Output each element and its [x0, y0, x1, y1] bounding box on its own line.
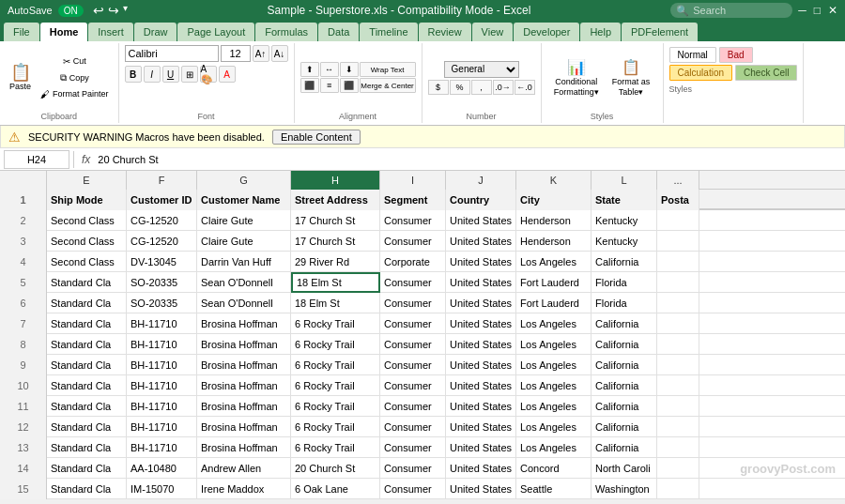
- cell-13-m[interactable]: [657, 437, 699, 458]
- cell-14-k[interactable]: Concord: [516, 458, 592, 479]
- cell-6-m[interactable]: [657, 293, 699, 313]
- cell-3-h[interactable]: 17 Church St: [291, 231, 380, 252]
- col-header-g[interactable]: G: [197, 171, 291, 190]
- cell-1-i[interactable]: Segment: [380, 190, 446, 210]
- cell-3-m[interactable]: [657, 231, 699, 252]
- cell-8-i[interactable]: Consumer: [380, 334, 446, 355]
- cell-15-e[interactable]: Standard Cla: [47, 479, 127, 499]
- cell-15-j[interactable]: United States: [446, 479, 516, 499]
- cell-6-f[interactable]: SO-20335: [127, 293, 197, 313]
- cell-9-l[interactable]: California: [592, 355, 657, 375]
- redo-icon[interactable]: ↪: [108, 3, 119, 18]
- col-header-l[interactable]: L: [592, 171, 657, 190]
- cell-1-g[interactable]: Customer Name: [197, 190, 291, 210]
- cell-11-m[interactable]: [657, 396, 699, 417]
- cell-4-e[interactable]: Second Class: [47, 252, 127, 272]
- maximize-icon[interactable]: □: [814, 4, 821, 17]
- cell-12-k[interactable]: Los Angeles: [516, 417, 592, 437]
- cell-5-e[interactable]: Standard Cla: [47, 272, 127, 293]
- align-middle-button[interactable]: ↔: [320, 62, 339, 77]
- cell-11-e[interactable]: Standard Cla: [47, 396, 127, 417]
- cell-6-i[interactable]: Consumer: [380, 293, 446, 313]
- cell-2-l[interactable]: Kentucky: [592, 210, 657, 231]
- cell-9-h[interactable]: 6 Rocky Trail: [291, 355, 380, 375]
- cell-1-k[interactable]: City: [516, 190, 592, 210]
- tab-formulas[interactable]: Formulas: [255, 23, 317, 41]
- cell-9-g[interactable]: Brosina Hoffman: [197, 355, 291, 375]
- cell-10-h[interactable]: 6 Rocky Trail: [291, 375, 380, 396]
- cell-15-m[interactable]: [657, 479, 699, 499]
- cell-10-i[interactable]: Consumer: [380, 375, 446, 396]
- cell-2-g[interactable]: Claire Gute: [197, 210, 291, 231]
- tab-review[interactable]: Review: [419, 23, 471, 41]
- cell-12-g[interactable]: Brosina Hoffman: [197, 417, 291, 437]
- cut-button[interactable]: ✂ Cut: [37, 54, 113, 69]
- cell-2-m[interactable]: [657, 210, 699, 231]
- cell-4-g[interactable]: Darrin Van Huff: [197, 252, 291, 272]
- cell-13-l[interactable]: California: [592, 437, 657, 458]
- cell-14-e[interactable]: Standard Cla: [47, 458, 127, 479]
- cell-8-l[interactable]: California: [592, 334, 657, 355]
- cell-9-k[interactable]: Los Angeles: [516, 355, 592, 375]
- font-size-input[interactable]: [221, 45, 251, 62]
- decrease-font-button[interactable]: A↓: [271, 45, 288, 62]
- align-bottom-button[interactable]: ⬇: [340, 62, 359, 77]
- cell-4-k[interactable]: Los Angeles: [516, 252, 592, 272]
- col-header-h[interactable]: H: [291, 171, 380, 190]
- cell-14-m[interactable]: [657, 458, 699, 479]
- percent-button[interactable]: %: [450, 80, 470, 95]
- cell-4-f[interactable]: DV-13045: [127, 252, 197, 272]
- cell-12-i[interactable]: Consumer: [380, 417, 446, 437]
- cell-5-j[interactable]: United States: [446, 272, 516, 293]
- cell-7-g[interactable]: Brosina Hoffman: [197, 313, 291, 334]
- cell-8-k[interactable]: Los Angeles: [516, 334, 592, 355]
- cell-13-k[interactable]: Los Angeles: [516, 437, 592, 458]
- cell-3-g[interactable]: Claire Gute: [197, 231, 291, 252]
- cell-12-f[interactable]: BH-11710: [127, 417, 197, 437]
- cell-13-g[interactable]: Brosina Hoffman: [197, 437, 291, 458]
- cell-8-m[interactable]: [657, 334, 699, 355]
- cell-6-h[interactable]: 18 Elm St: [291, 293, 380, 313]
- cell-15-f[interactable]: IM-15070: [127, 479, 197, 499]
- cell-3-k[interactable]: Henderson: [516, 231, 592, 252]
- cell-8-h[interactable]: 6 Rocky Trail: [291, 334, 380, 355]
- cell-10-j[interactable]: United States: [446, 375, 516, 396]
- cell-4-m[interactable]: [657, 252, 699, 272]
- fill-color-button[interactable]: A🎨: [200, 66, 217, 83]
- cell-4-l[interactable]: California: [592, 252, 657, 272]
- cell-5-k[interactable]: Fort Lauderd: [516, 272, 592, 293]
- cell-10-g[interactable]: Brosina Hoffman: [197, 375, 291, 396]
- cell-3-f[interactable]: CG-12520: [127, 231, 197, 252]
- cell-15-h[interactable]: 6 Oak Lane: [291, 479, 380, 499]
- cell-1-m[interactable]: Posta: [657, 190, 699, 210]
- cell-13-f[interactable]: BH-11710: [127, 437, 197, 458]
- tab-pagelayout[interactable]: Page Layout: [177, 23, 254, 41]
- col-header-e[interactable]: E: [47, 171, 127, 190]
- cell-8-g[interactable]: Brosina Hoffman: [197, 334, 291, 355]
- col-header-i[interactable]: I: [380, 171, 446, 190]
- cell-10-k[interactable]: Los Angeles: [516, 375, 592, 396]
- cell-11-g[interactable]: Brosina Hoffman: [197, 396, 291, 417]
- cell-9-e[interactable]: Standard Cla: [47, 355, 127, 375]
- cell-14-l[interactable]: North Caroli: [592, 458, 657, 479]
- decrease-decimal-button[interactable]: ←.0: [515, 80, 535, 95]
- cell-15-i[interactable]: Consumer: [380, 479, 446, 499]
- cell-10-e[interactable]: Standard Cla: [47, 375, 127, 396]
- cell-2-k[interactable]: Henderson: [516, 210, 592, 231]
- cell-8-e[interactable]: Standard Cla: [47, 334, 127, 355]
- cell-12-m[interactable]: [657, 417, 699, 437]
- cell-5-f[interactable]: SO-20335: [127, 272, 197, 293]
- font-name-input[interactable]: [125, 45, 219, 62]
- format-as-table-button[interactable]: 📋 Format as Table▾: [608, 56, 654, 99]
- cell-13-j[interactable]: United States: [446, 437, 516, 458]
- col-header-k[interactable]: K: [516, 171, 592, 190]
- wrap-text-button[interactable]: Wrap Text: [360, 62, 416, 77]
- cell-9-f[interactable]: BH-11710: [127, 355, 197, 375]
- tab-file[interactable]: File: [4, 23, 39, 41]
- col-header-m[interactable]: ...: [657, 171, 699, 190]
- cell-2-j[interactable]: United States: [446, 210, 516, 231]
- cell-7-f[interactable]: BH-11710: [127, 313, 197, 334]
- cell-15-k[interactable]: Seattle: [516, 479, 592, 499]
- cell-7-e[interactable]: Standard Cla: [47, 313, 127, 334]
- align-center-button[interactable]: ≡: [320, 78, 339, 93]
